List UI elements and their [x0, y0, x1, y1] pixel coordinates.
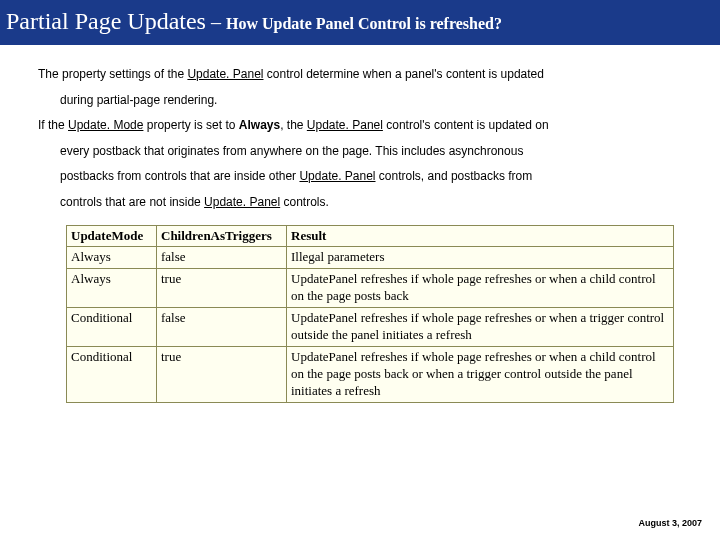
- cell-children: false: [157, 308, 287, 347]
- cell-result: UpdatePanel refreshes if whole page refr…: [287, 346, 674, 402]
- cell-mode: Always: [67, 247, 157, 269]
- table-wrapper: UpdateMode ChildrenAsTriggers Result Alw…: [16, 221, 704, 403]
- cell-mode: Conditional: [67, 308, 157, 347]
- title-separator: –: [206, 11, 226, 33]
- cell-mode: Conditional: [67, 346, 157, 402]
- paragraph-1: The property settings of the Update. Pan…: [16, 67, 704, 83]
- paragraph-2-line2: every postback that originates from anyw…: [16, 144, 704, 160]
- link-update-mode[interactable]: Update. Mode: [68, 118, 143, 132]
- cell-result: UpdatePanel refreshes if whole page refr…: [287, 308, 674, 347]
- text: postbacks from controls that are inside …: [60, 169, 299, 183]
- title-bar: Partial Page Updates – How Update Panel …: [0, 0, 720, 45]
- text: , the: [280, 118, 307, 132]
- text: If the: [38, 118, 68, 132]
- text: controls that are not inside: [60, 195, 204, 209]
- text: property is set to: [143, 118, 238, 132]
- link-update-panel[interactable]: Update. Panel: [307, 118, 383, 132]
- cell-result: UpdatePanel refreshes if whole page refr…: [287, 269, 674, 308]
- cell-children: false: [157, 247, 287, 269]
- table-row: Conditional false UpdatePanel refreshes …: [67, 308, 674, 347]
- cell-result: Illegal parameters: [287, 247, 674, 269]
- content-area: The property settings of the Update. Pan…: [0, 45, 720, 403]
- col-header-result: Result: [287, 225, 674, 247]
- text: controls.: [280, 195, 329, 209]
- table-row: Conditional true UpdatePanel refreshes i…: [67, 346, 674, 402]
- paragraph-2-line4: controls that are not inside Update. Pan…: [16, 195, 704, 211]
- title-main: Partial Page Updates: [6, 8, 206, 34]
- table-header-row: UpdateMode ChildrenAsTriggers Result: [67, 225, 674, 247]
- link-update-panel[interactable]: Update. Panel: [299, 169, 375, 183]
- link-update-panel[interactable]: Update. Panel: [204, 195, 280, 209]
- title-subtitle: How Update Panel Control is refreshed?: [226, 15, 502, 32]
- col-header-childrenastriggers: ChildrenAsTriggers: [157, 225, 287, 247]
- table-row: Always false Illegal parameters: [67, 247, 674, 269]
- text: The property settings of the: [38, 67, 187, 81]
- paragraph-2: If the Update. Mode property is set to A…: [16, 118, 704, 134]
- table-row: Always true UpdatePanel refreshes if who…: [67, 269, 674, 308]
- update-mode-table: UpdateMode ChildrenAsTriggers Result Alw…: [66, 225, 674, 403]
- text: control determine when a panel's content…: [263, 67, 543, 81]
- cell-children: true: [157, 269, 287, 308]
- link-update-panel[interactable]: Update. Panel: [187, 67, 263, 81]
- text-bold-always: Always: [239, 118, 280, 132]
- text: control's content is updated on: [383, 118, 549, 132]
- text: controls, and postbacks from: [376, 169, 533, 183]
- col-header-updatemode: UpdateMode: [67, 225, 157, 247]
- paragraph-1-cont: during partial-page rendering.: [16, 93, 704, 109]
- cell-children: true: [157, 346, 287, 402]
- footer-date: August 3, 2007: [638, 518, 702, 528]
- text: during partial-page rendering.: [60, 93, 217, 107]
- cell-mode: Always: [67, 269, 157, 308]
- text: every postback that originates from anyw…: [60, 144, 523, 158]
- paragraph-2-line3: postbacks from controls that are inside …: [16, 169, 704, 185]
